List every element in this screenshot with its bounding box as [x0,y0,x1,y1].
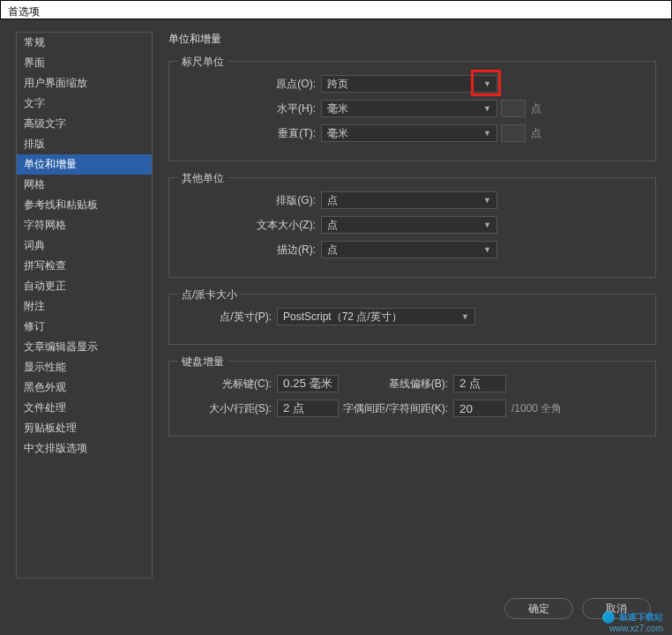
sidebar-item-11[interactable]: 拼写检查 [17,256,152,276]
kerning-input[interactable] [453,400,506,417]
sidebar-item-5[interactable]: 排版 [17,134,152,154]
group-ruler-units: 标尺单位 原点(O): 跨页 ▼ 水平(H): 毫米 ▼ 点 垂直(T): [168,61,656,161]
sidebar-item-18[interactable]: 文件处理 [17,398,152,418]
horizontal-label: 水平(H): [180,101,321,116]
textsize-value: 点 [327,218,338,233]
ok-button[interactable]: 确定 [504,598,573,619]
sidebar-item-3[interactable]: 文字 [17,93,152,114]
preferences-sidebar: 常规界面用户界面缩放文字高级文字排版单位和增量网格参考线和粘贴板字符网格词典拼写… [16,32,153,579]
window-title: 首选项 [8,5,40,18]
chevron-down-icon: ▼ [461,312,469,321]
baseline-input[interactable] [453,375,506,392]
chevron-down-icon: ▼ [483,129,491,138]
baseline-label: 基线偏移(B): [339,377,453,392]
layout-select[interactable]: 点 ▼ [321,191,497,209]
sidebar-item-17[interactable]: 黑色外观 [17,377,152,398]
group-keyboard-increments: 键盘增量 光标键(C): 基线偏移(B): 大小/行距(S): 字偶间距/字符间… [168,361,656,437]
window-titlebar: 首选项 [0,0,672,19]
group-pica: 点/派卡大小 点/英寸(P): PostScript（72 点/英寸） ▼ [168,294,656,345]
sidebar-item-16[interactable]: 显示性能 [17,357,152,377]
group-ruler-legend: 标尺单位 [178,55,228,70]
layout-label: 排版(G): [180,193,321,208]
horizontal-extra-input[interactable] [501,100,526,117]
dialog-footer: 确定 取消 [504,598,651,619]
vertical-value: 毫米 [327,126,348,141]
sidebar-item-9[interactable]: 字符网格 [17,215,152,235]
stroke-label: 描边(R): [180,243,321,258]
sidebar-item-4[interactable]: 高级文字 [17,114,152,134]
kerning-label: 字偶间距/字符间距(K): [339,401,453,416]
group-other-units: 其他单位 排版(G): 点 ▼ 文本大小(Z): 点 ▼ 描边(R): 点 [168,177,656,278]
sidebar-item-7[interactable]: 网格 [17,175,152,195]
textsize-label: 文本大小(Z): [180,218,321,233]
sidebar-item-0[interactable]: 常规 [17,33,152,53]
vertical-extra-input[interactable] [501,124,526,142]
group-other-legend: 其他单位 [178,171,228,186]
sidebar-item-14[interactable]: 修订 [17,317,152,337]
sidebar-item-10[interactable]: 词典 [17,235,152,256]
sidebar-item-20[interactable]: 中文排版选项 [17,438,152,459]
sidebar-item-13[interactable]: 附注 [17,296,152,317]
horizontal-value: 毫米 [327,101,348,116]
group-pica-legend: 点/派卡大小 [178,288,241,303]
horizontal-select[interactable]: 毫米 ▼ [321,100,497,117]
sidebar-item-1[interactable]: 界面 [17,53,152,73]
origin-select[interactable]: 跨页 ▼ [321,75,497,93]
pica-value: PostScript（72 点/英寸） [283,310,402,325]
sidebar-item-6[interactable]: 单位和增量 [17,154,152,175]
chevron-down-icon: ▼ [483,79,491,88]
chevron-down-icon: ▼ [483,245,491,254]
vertical-unit: 点 [531,126,541,141]
cursor-key-input[interactable] [277,375,339,392]
sidebar-item-8[interactable]: 参考线和粘贴板 [17,195,152,215]
vertical-select[interactable]: 毫米 ▼ [321,124,497,142]
kerning-suffix: /1000 全角 [511,401,562,416]
sidebar-item-2[interactable]: 用户界面缩放 [17,73,152,93]
chevron-down-icon: ▼ [483,104,491,113]
origin-label: 原点(O): [180,77,321,92]
cursor-key-label: 光标键(C): [180,377,277,392]
origin-value: 跨页 [327,77,348,92]
chevron-down-icon: ▼ [483,196,491,205]
chevron-down-icon: ▼ [483,220,491,229]
group-keyboard-legend: 键盘增量 [178,355,228,370]
sidebar-item-19[interactable]: 剪贴板处理 [17,418,152,438]
cancel-button[interactable]: 取消 [582,598,651,619]
panel-units-increments: 单位和增量 标尺单位 原点(O): 跨页 ▼ 水平(H): 毫米 ▼ 点 [153,32,656,579]
sidebar-item-15[interactable]: 文章编辑器显示 [17,337,152,357]
panel-title: 单位和增量 [168,32,656,54]
size-leading-label: 大小/行距(S): [180,401,277,416]
vertical-label: 垂直(T): [180,126,321,141]
horizontal-unit: 点 [531,101,541,116]
pica-select[interactable]: PostScript（72 点/英寸） ▼ [277,308,475,325]
sidebar-item-12[interactable]: 自动更正 [17,276,152,296]
textsize-select[interactable]: 点 ▼ [321,216,497,234]
size-leading-input[interactable] [277,400,339,417]
stroke-select[interactable]: 点 ▼ [321,241,497,258]
stroke-value: 点 [327,243,338,258]
pica-label: 点/英寸(P): [180,310,277,325]
layout-value: 点 [327,193,338,208]
